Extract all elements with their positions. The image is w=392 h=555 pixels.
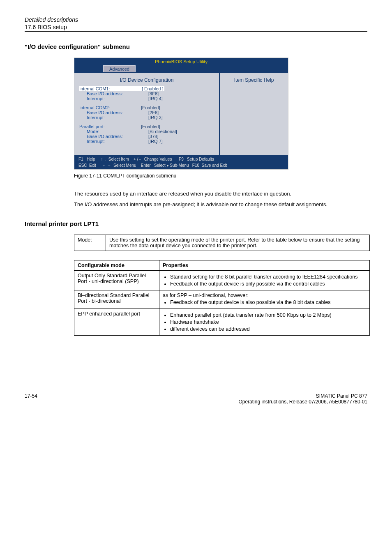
lpt-enabled: [Enabled]: [141, 124, 160, 129]
com2-label: Internal COM2:: [79, 105, 141, 110]
com1-io: [3F8]: [148, 91, 159, 96]
footer-product: SIMATIC Panel PC 877: [238, 393, 367, 399]
bios-screenshot: PhoenixBIOS Setup Utility Advanced I/O D…: [74, 58, 288, 170]
modes-table: Configurable mode Properties Output Only…: [74, 260, 370, 336]
table-row: EPP enhanced parallel port Enhanced para…: [74, 309, 370, 336]
com1-io-label: Base I/O address:: [79, 91, 148, 96]
mode-cell: Output Only Standard Parallel Port - uni…: [74, 271, 159, 290]
lpt-heading: Internal printer port LPT1: [25, 220, 367, 227]
footer-doc: Operating instructions, Release 07/2006,…: [238, 399, 367, 405]
mode-cell: EPP enhanced parallel port: [74, 309, 159, 336]
lpt-irq: [IRQ 7]: [148, 139, 163, 144]
bios-footer-line1: F1 Help ↑ ↓ Select Item + / - Change Val…: [78, 157, 214, 161]
lpt-mode: [Bi-directional]: [148, 129, 177, 134]
mode-label: Mode:: [74, 235, 106, 251]
bios-help-heading: Item Specific Help: [223, 76, 285, 86]
com1-irq-label: Interrupt:: [79, 96, 148, 101]
bios-footer-2: ESC Exit ← → Select Menu Enter Select ▸ …: [74, 163, 288, 169]
table-row: Output Only Standard Parallel Port - uni…: [74, 271, 370, 290]
modes-head2: Properties: [159, 260, 370, 271]
list-item: Enhanced parallel port (data transfer ra…: [170, 312, 366, 318]
bios-left-panel: I/O Device Configuration Internal COM1: …: [74, 73, 220, 155]
props-cell: Standard setting for the 8 bit parallel …: [159, 271, 370, 290]
bios-subhead: I/O Device Configuration: [79, 76, 214, 86]
com2-io-label: Base I/O address:: [79, 110, 148, 115]
bios-title: PhoenixBIOS Setup Utility: [74, 58, 288, 65]
page-header: Detailed descriptions 17.6 BIOS setup: [25, 16, 367, 32]
bios-com2: Internal COM2: [Enabled] Base I/O addres…: [79, 105, 214, 120]
com2-io: [2F8]: [148, 110, 159, 115]
lpt-label: Parallel port:: [79, 124, 141, 129]
mode-cell: Bi–directional Standard Parallel Port - …: [74, 290, 159, 309]
list-item: Feedback of the output device is only po…: [170, 281, 366, 287]
header-italic: Detailed descriptions: [25, 16, 367, 23]
list-item: Feedback of the output device is also po…: [170, 299, 366, 305]
bios-footer: F1 Help ↑ ↓ Select Item + / - Change Val…: [74, 155, 288, 163]
bios-tab-advanced: Advanced: [103, 65, 136, 72]
para1: The resources used by an interface are r…: [74, 190, 367, 198]
bios-footer-line2: ESC Exit ← → Select Menu Enter Select ▸ …: [78, 163, 227, 168]
props-cell: Enhanced parallel port (data transfer ra…: [159, 309, 370, 336]
lpt-irq-label: Interrupt:: [79, 139, 148, 144]
bios-tabs: Advanced: [74, 65, 288, 73]
com1-enabled: [ Enabled ]: [141, 86, 164, 91]
page-number: 17-54: [25, 393, 37, 405]
table-row: Bi–directional Standard Parallel Port - …: [74, 290, 370, 309]
bios-help-panel: Item Specific Help: [220, 73, 288, 155]
com1-label: Internal COM1:: [79, 86, 141, 91]
bios-com1: Internal COM1: [ Enabled ] Base I/O addr…: [79, 86, 214, 101]
lpt-io-label: Base I/O address:: [79, 134, 148, 139]
props-intro: as for SPP – uni-directional, however:: [163, 292, 366, 298]
submenu-heading: "I/O device configuration" submenu: [25, 43, 367, 50]
modes-head1: Configurable mode: [74, 260, 159, 271]
props-cell: as for SPP – uni-directional, however: F…: [159, 290, 370, 309]
list-item: different devices can be addressed: [170, 326, 366, 332]
com2-irq: [IRQ 3]: [148, 115, 163, 120]
com2-enabled: [Enabled]: [141, 105, 160, 110]
bios-lpt: Parallel port: [Enabled] Mode: [Bi-direc…: [79, 124, 214, 144]
para2: The I/O addresses and interrupts are pre…: [74, 201, 367, 208]
header-section: 17.6 BIOS setup: [25, 24, 367, 32]
com2-irq-label: Interrupt:: [79, 115, 148, 120]
mode-text: Use this setting to set the operating mo…: [106, 235, 370, 251]
figure-caption: Figure 17-11 COM/LPT configuration subme…: [74, 173, 367, 179]
lpt-mode-label: Mode:: [79, 129, 148, 134]
lpt-io: [378]: [148, 134, 158, 139]
mode-table: Mode: Use this setting to set the operat…: [74, 235, 370, 251]
list-item: Standard setting for the 8 bit parallel …: [170, 274, 366, 280]
page-footer: 17-54 SIMATIC Panel PC 877 Operating ins…: [25, 393, 367, 405]
com1-irq: [IRQ 4]: [148, 96, 163, 101]
list-item: Hardware handshake: [170, 319, 366, 325]
